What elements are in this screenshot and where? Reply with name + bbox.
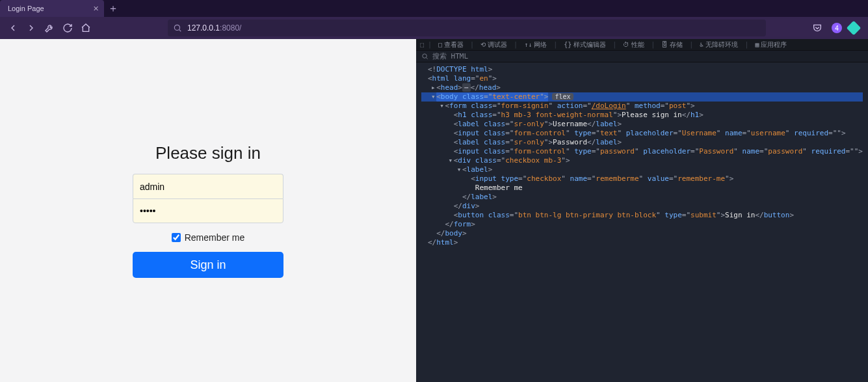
devtools-tab[interactable]: 🗄存储	[659, 40, 685, 49]
devtools-tab[interactable]: ♿无障碍环境	[697, 40, 741, 49]
dom-tree-line[interactable]: ▸<head>⋯</head>	[421, 83, 863, 92]
dom-tree-line[interactable]: </div>	[421, 202, 863, 211]
wrench-icon[interactable]	[42, 20, 57, 36]
password-input[interactable]	[133, 198, 283, 223]
login-heading: Please sign in	[133, 143, 283, 163]
search-icon	[421, 53, 428, 60]
pocket-icon[interactable]	[809, 20, 825, 36]
devtools-tab[interactable]: {}样式编辑器	[561, 40, 609, 49]
new-tab-button[interactable]: ＋	[104, 0, 122, 17]
dom-tree-line[interactable]: <button class="btn btn-lg btn-primary bt…	[421, 211, 863, 220]
dom-tree-line[interactable]: ▾<div class="checkbox mb-3">	[421, 156, 863, 165]
toolbar-right: 4	[809, 20, 863, 36]
dom-tree-line[interactable]: <h1 class="h3 mb-3 font-weight-normal">P…	[421, 111, 863, 120]
address-bar[interactable]: 127.0.0.1:8080/	[168, 20, 766, 36]
browser-chrome: Login Page ✕ ＋ 127.0.0.1:8080/ 4	[0, 0, 868, 39]
close-tab-icon[interactable]: ✕	[93, 5, 99, 13]
devtools-tabbar[interactable]: ⬚ | □查看器| ⟲调试器| ↑↓网络| {}样式编辑器| ⏱性能| 🗄存储|…	[416, 39, 868, 51]
dom-tree-line[interactable]: <!DOCTYPE html>	[421, 65, 863, 74]
tab-bar: Login Page ✕ ＋	[0, 0, 868, 17]
devtools-tab[interactable]: ⏱性能	[620, 40, 647, 49]
dom-tree-line[interactable]: </form>	[421, 220, 863, 229]
dom-tree-line[interactable]: </body>	[421, 229, 863, 238]
page-viewport: Please sign in Remember me Sign in	[0, 39, 416, 382]
dom-tree-line[interactable]: ▾<label>	[421, 165, 863, 174]
extension-icon[interactable]	[847, 21, 861, 36]
sign-in-button[interactable]: Sign in	[133, 252, 283, 278]
dom-tree-line[interactable]: <input type="checkbox" name="rememberme"…	[421, 174, 863, 184]
address-text: 127.0.0.1:8080/	[187, 23, 241, 33]
svg-point-0	[174, 25, 179, 30]
dom-tree-line[interactable]: </label>	[421, 193, 863, 202]
dom-tree-line[interactable]: <input class="form-control" type="text" …	[421, 129, 863, 138]
dom-tree-line[interactable]: ▾<form class="form-signin" action="/doLo…	[421, 102, 863, 111]
remember-me-checkbox[interactable]	[172, 233, 181, 242]
back-button[interactable]	[5, 20, 21, 36]
devtools-tab[interactable]: ↑↓网络	[521, 40, 549, 49]
devtools-tab[interactable]: ⟲调试器	[478, 40, 510, 49]
devtools-panel: ⬚ | □查看器| ⟲调试器| ↑↓网络| {}样式编辑器| ⏱性能| 🗄存储|…	[416, 39, 868, 382]
remember-me-label: Remember me	[185, 232, 245, 243]
remember-me-row[interactable]: Remember me	[133, 232, 283, 243]
home-button[interactable]	[78, 20, 94, 36]
devtools-search-placeholder: 搜索 HTML	[432, 51, 468, 61]
inspector-icon[interactable]: ⬚	[420, 41, 424, 48]
login-form: Please sign in Remember me Sign in	[133, 143, 283, 278]
notification-badge[interactable]: 4	[832, 23, 842, 33]
username-input[interactable]	[133, 174, 283, 198]
browser-tab[interactable]: Login Page ✕	[0, 0, 104, 17]
dom-tree-line[interactable]: <label class="sr-only">Username</label>	[421, 120, 863, 129]
dom-tree-line[interactable]: <label class="sr-only">Password</label>	[421, 138, 863, 147]
dom-tree-line[interactable]: <html lang="en">	[421, 74, 863, 83]
forward-button[interactable]	[23, 20, 39, 36]
dom-tree-line[interactable]: Remember me	[421, 184, 863, 193]
content-area: Please sign in Remember me Sign in ⬚ | □…	[0, 39, 868, 382]
devtools-search[interactable]: 搜索 HTML	[416, 51, 868, 62]
svg-point-1	[423, 54, 427, 58]
search-icon	[173, 23, 182, 33]
toolbar: 127.0.0.1:8080/ 4	[0, 17, 868, 39]
dom-tree-line[interactable]: </html>	[421, 238, 863, 247]
reload-button[interactable]	[60, 20, 75, 36]
dom-tree-line[interactable]: ▾<body class="text-center">flex	[421, 92, 863, 102]
devtools-tab[interactable]: ▦应用程序	[752, 40, 789, 49]
tab-title: Login Page	[8, 5, 44, 12]
devtools-dom-tree[interactable]: <!DOCTYPE html> <html lang="en"> ▸<head>…	[416, 62, 868, 382]
dom-tree-line[interactable]: <input class="form-control" type="passwo…	[421, 147, 863, 156]
devtools-tab[interactable]: □查看器	[436, 40, 466, 49]
